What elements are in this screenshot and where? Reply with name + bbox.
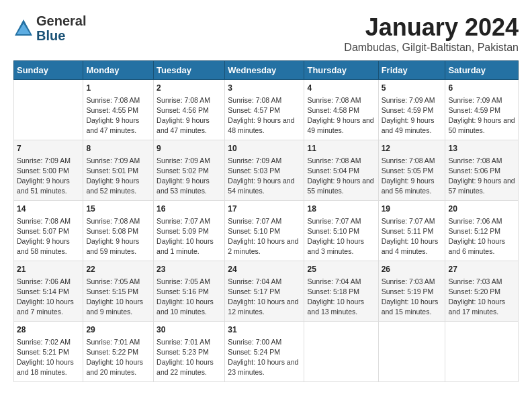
header-tuesday: Tuesday xyxy=(154,61,225,80)
cell-info: Sunrise: 7:00 AMSunset: 5:24 PMDaylight:… xyxy=(228,337,301,378)
calendar-cell: 24Sunrise: 7:04 AMSunset: 5:17 PMDayligh… xyxy=(225,261,304,322)
calendar-cell: 30Sunrise: 7:01 AMSunset: 5:23 PMDayligh… xyxy=(154,322,225,382)
cell-day-number: 28 xyxy=(17,324,80,336)
cell-info: Sunrise: 7:06 AMSunset: 5:12 PMDaylight:… xyxy=(448,216,515,257)
calendar-cell: 7Sunrise: 7:09 AMSunset: 5:00 PMDaylight… xyxy=(14,140,83,201)
cell-day-number: 22 xyxy=(86,264,150,275)
header-saturday: Saturday xyxy=(445,61,519,80)
cell-day-number: 29 xyxy=(86,324,150,336)
cell-info: Sunrise: 7:08 AMSunset: 5:07 PMDaylight:… xyxy=(17,216,80,257)
calendar-week-row: 14Sunrise: 7:08 AMSunset: 5:07 PMDayligh… xyxy=(14,201,519,261)
cell-day-number: 13 xyxy=(448,143,515,154)
cell-info: Sunrise: 7:09 AMSunset: 5:01 PMDaylight:… xyxy=(86,156,150,197)
cell-day-number: 23 xyxy=(157,264,222,275)
calendar-week-row: 7Sunrise: 7:09 AMSunset: 5:00 PMDaylight… xyxy=(14,140,519,201)
cell-day-number: 20 xyxy=(448,203,515,215)
calendar-cell: 31Sunrise: 7:00 AMSunset: 5:24 PMDayligh… xyxy=(225,322,304,382)
cell-day-number: 15 xyxy=(86,203,150,215)
cell-day-number: 1 xyxy=(86,83,150,94)
cell-day-number: 12 xyxy=(382,143,443,154)
calendar-cell: 10Sunrise: 7:09 AMSunset: 5:03 PMDayligh… xyxy=(225,140,304,201)
cell-info: Sunrise: 7:04 AMSunset: 5:17 PMDaylight:… xyxy=(228,277,301,318)
logo-text: General Blue xyxy=(36,13,86,43)
calendar-cell: 20Sunrise: 7:06 AMSunset: 5:12 PMDayligh… xyxy=(445,201,519,261)
calendar-cell: 19Sunrise: 7:07 AMSunset: 5:11 PMDayligh… xyxy=(378,201,445,261)
cell-info: Sunrise: 7:09 AMSunset: 5:00 PMDaylight:… xyxy=(17,156,80,197)
cell-info: Sunrise: 7:07 AMSunset: 5:10 PMDaylight:… xyxy=(307,216,375,257)
cell-info: Sunrise: 7:03 AMSunset: 5:20 PMDaylight:… xyxy=(448,277,515,318)
cell-info: Sunrise: 7:08 AMSunset: 4:55 PMDaylight:… xyxy=(86,95,150,136)
cell-info: Sunrise: 7:08 AMSunset: 5:04 PMDaylight:… xyxy=(307,156,375,197)
cell-info: Sunrise: 7:08 AMSunset: 5:06 PMDaylight:… xyxy=(448,156,515,197)
cell-info: Sunrise: 7:07 AMSunset: 5:09 PMDaylight:… xyxy=(157,216,222,257)
calendar-cell: 18Sunrise: 7:07 AMSunset: 5:10 PMDayligh… xyxy=(304,201,378,261)
header-thursday: Thursday xyxy=(304,61,378,80)
cell-day-number: 17 xyxy=(228,203,301,215)
cell-day-number: 18 xyxy=(307,203,375,215)
header-monday: Monday xyxy=(83,61,154,80)
cell-day-number: 19 xyxy=(382,203,443,215)
cell-day-number: 4 xyxy=(307,83,375,94)
cell-day-number: 16 xyxy=(157,203,222,215)
calendar-cell: 22Sunrise: 7:05 AMSunset: 5:15 PMDayligh… xyxy=(83,261,154,322)
calendar-cell: 21Sunrise: 7:06 AMSunset: 5:14 PMDayligh… xyxy=(14,261,83,322)
calendar-cell: 9Sunrise: 7:09 AMSunset: 5:02 PMDaylight… xyxy=(154,140,225,201)
cell-day-number: 30 xyxy=(157,324,222,336)
calendar-cell xyxy=(304,322,378,382)
calendar-cell xyxy=(445,322,519,382)
cell-info: Sunrise: 7:04 AMSunset: 5:18 PMDaylight:… xyxy=(307,277,375,318)
calendar-cell: 15Sunrise: 7:08 AMSunset: 5:08 PMDayligh… xyxy=(83,201,154,261)
cell-info: Sunrise: 7:07 AMSunset: 5:10 PMDaylight:… xyxy=(228,216,301,257)
calendar-subtitle: Dambudas, Gilgit-Baltistan, Pakistan xyxy=(344,42,519,54)
cell-day-number: 3 xyxy=(228,83,301,94)
cell-info: Sunrise: 7:08 AMSunset: 4:57 PMDaylight:… xyxy=(228,95,301,136)
calendar-cell: 14Sunrise: 7:08 AMSunset: 5:07 PMDayligh… xyxy=(14,201,83,261)
calendar-cell: 1Sunrise: 7:08 AMSunset: 4:55 PMDaylight… xyxy=(83,80,154,140)
calendar-cell: 8Sunrise: 7:09 AMSunset: 5:01 PMDaylight… xyxy=(83,140,154,201)
cell-day-number: 31 xyxy=(228,324,301,336)
cell-info: Sunrise: 7:09 AMSunset: 4:59 PMDaylight:… xyxy=(382,95,443,136)
calendar-cell xyxy=(378,322,445,382)
cell-info: Sunrise: 7:01 AMSunset: 5:23 PMDaylight:… xyxy=(157,337,222,378)
cell-info: Sunrise: 7:01 AMSunset: 5:22 PMDaylight:… xyxy=(86,337,150,378)
cell-info: Sunrise: 7:05 AMSunset: 5:16 PMDaylight:… xyxy=(157,277,222,318)
cell-info: Sunrise: 7:07 AMSunset: 5:11 PMDaylight:… xyxy=(382,216,443,257)
cell-day-number: 9 xyxy=(157,143,222,154)
calendar-title: January 2024 xyxy=(344,13,519,42)
cell-info: Sunrise: 7:03 AMSunset: 5:19 PMDaylight:… xyxy=(382,277,443,318)
calendar-week-row: 1Sunrise: 7:08 AMSunset: 4:55 PMDaylight… xyxy=(14,80,519,140)
cell-info: Sunrise: 7:08 AMSunset: 5:08 PMDaylight:… xyxy=(86,216,150,257)
logo: General Blue xyxy=(13,13,86,43)
cell-day-number: 14 xyxy=(17,203,80,215)
calendar-cell: 13Sunrise: 7:08 AMSunset: 5:06 PMDayligh… xyxy=(445,140,519,201)
header-wednesday: Wednesday xyxy=(225,61,304,80)
calendar-cell: 5Sunrise: 7:09 AMSunset: 4:59 PMDaylight… xyxy=(378,80,445,140)
cell-info: Sunrise: 7:05 AMSunset: 5:15 PMDaylight:… xyxy=(86,277,150,318)
calendar-cell: 23Sunrise: 7:05 AMSunset: 5:16 PMDayligh… xyxy=(154,261,225,322)
calendar-cell: 29Sunrise: 7:01 AMSunset: 5:22 PMDayligh… xyxy=(83,322,154,382)
logo-icon xyxy=(13,18,34,38)
calendar-cell: 25Sunrise: 7:04 AMSunset: 5:18 PMDayligh… xyxy=(304,261,378,322)
cell-day-number: 26 xyxy=(382,264,443,275)
calendar-cell: 28Sunrise: 7:02 AMSunset: 5:21 PMDayligh… xyxy=(14,322,83,382)
cell-day-number: 2 xyxy=(157,83,222,94)
cell-day-number: 10 xyxy=(228,143,301,154)
calendar-cell: 3Sunrise: 7:08 AMSunset: 4:57 PMDaylight… xyxy=(225,80,304,140)
cell-day-number: 24 xyxy=(228,264,301,275)
header-sunday: Sunday xyxy=(14,61,83,80)
cell-day-number: 6 xyxy=(448,83,515,94)
calendar-header-row: SundayMondayTuesdayWednesdayThursdayFrid… xyxy=(14,61,519,80)
cell-info: Sunrise: 7:08 AMSunset: 5:05 PMDaylight:… xyxy=(382,156,443,197)
calendar-cell: 26Sunrise: 7:03 AMSunset: 5:19 PMDayligh… xyxy=(378,261,445,322)
cell-info: Sunrise: 7:08 AMSunset: 4:56 PMDaylight:… xyxy=(157,95,222,136)
calendar-cell: 6Sunrise: 7:09 AMSunset: 4:59 PMDaylight… xyxy=(445,80,519,140)
cell-day-number: 8 xyxy=(86,143,150,154)
page-header: General Blue January 2024 Dambudas, Gilg… xyxy=(13,13,519,54)
calendar-cell: 2Sunrise: 7:08 AMSunset: 4:56 PMDaylight… xyxy=(154,80,225,140)
cell-day-number: 7 xyxy=(17,143,80,154)
cell-info: Sunrise: 7:09 AMSunset: 5:03 PMDaylight:… xyxy=(228,156,301,197)
calendar-cell: 12Sunrise: 7:08 AMSunset: 5:05 PMDayligh… xyxy=(378,140,445,201)
cell-day-number: 25 xyxy=(307,264,375,275)
calendar-cell: 27Sunrise: 7:03 AMSunset: 5:20 PMDayligh… xyxy=(445,261,519,322)
calendar-week-row: 21Sunrise: 7:06 AMSunset: 5:14 PMDayligh… xyxy=(14,261,519,322)
